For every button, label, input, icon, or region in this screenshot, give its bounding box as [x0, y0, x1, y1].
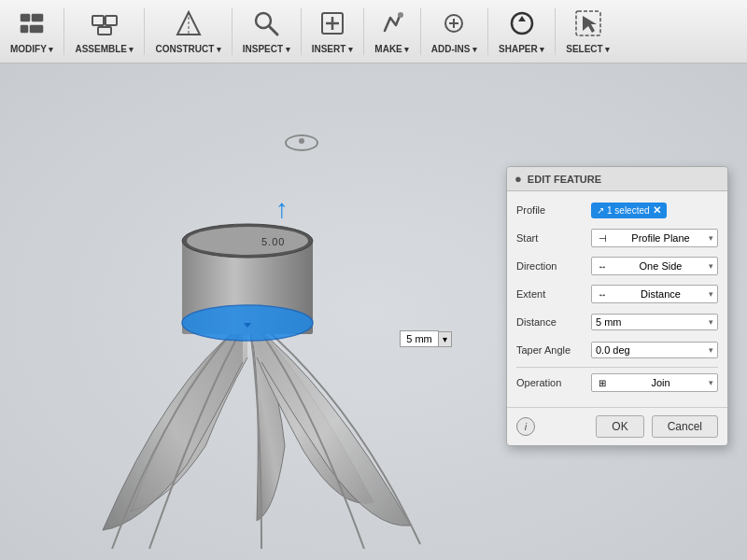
svg-rect-0	[21, 14, 30, 21]
divider-8	[555, 8, 556, 55]
distance-input[interactable]	[400, 330, 439, 347]
profile-cursor-icon: ↗	[597, 205, 604, 216]
start-value: Profile Plane	[631, 232, 689, 244]
panel-row-start: Start ⊣ Profile Plane ▾	[516, 227, 718, 249]
operation-dropdown[interactable]: ⊞ Join ▾	[591, 373, 718, 392]
inspect-label: INSPECT	[243, 44, 290, 54]
taper-value: 0.0 deg	[596, 344, 630, 356]
profile-control: ↗ 1 selected ✕	[591, 203, 718, 218]
taper-label: Taper Angle	[516, 344, 591, 356]
profile-selected-badge[interactable]: ↗ 1 selected ✕	[591, 203, 667, 218]
extent-arrow: ▾	[709, 289, 713, 299]
ok-button[interactable]: OK	[596, 415, 643, 438]
svg-rect-1	[32, 14, 43, 21]
divider-5	[363, 8, 364, 55]
taper-control[interactable]: 0.0 deg ▾	[591, 342, 718, 358]
distance-dropdown[interactable]: 5 mm ▾	[591, 314, 718, 330]
divider-2	[144, 8, 145, 55]
distance-control[interactable]: 5 mm ▾	[591, 314, 718, 330]
profile-label: Profile	[516, 204, 591, 216]
svg-point-26	[187, 227, 308, 255]
divider-1	[63, 8, 64, 55]
panel-title: EDIT FEATURE	[528, 174, 601, 185]
addins-label: ADD-INS	[431, 44, 477, 54]
start-icon: ⊣	[596, 231, 609, 245]
operation-arrow: ▾	[709, 378, 713, 387]
make-icon	[377, 8, 407, 42]
svg-rect-5	[106, 16, 117, 25]
panel-row-direction: Direction ↔ One Side ▾	[516, 255, 718, 277]
nav-hint-dot	[299, 138, 304, 144]
panel-footer: i OK Cancel	[507, 407, 727, 445]
extrude-direction-arrow: ↑	[275, 194, 289, 224]
assemble-icon	[90, 8, 120, 42]
extent-control[interactable]: ↔ Distance ▾	[591, 285, 718, 303]
direction-arrow: ▾	[709, 261, 713, 271]
distance-arrow: ▾	[709, 317, 713, 327]
toolbar-btn-select[interactable]: SELECT	[559, 4, 616, 60]
start-arrow: ▾	[709, 233, 713, 243]
toolbar-btn-inspect[interactable]: INSPECT	[236, 4, 297, 60]
direction-label: Direction	[516, 260, 591, 272]
direction-value: One Side	[640, 260, 683, 272]
panel-header-icon: ●	[514, 172, 522, 186]
select-label: SELECT	[566, 44, 610, 54]
operation-control[interactable]: ⊞ Join ▾	[591, 373, 718, 392]
assemble-label: ASSEMBLE	[75, 44, 134, 54]
toolbar-btn-insert[interactable]: INSERT	[305, 4, 359, 60]
distance-input-box[interactable]: ▾	[400, 330, 452, 347]
toolbar-btn-assemble[interactable]: ASSEMBLE	[68, 4, 140, 60]
panel-divider	[516, 367, 718, 368]
panel-row-taper: Taper Angle 0.0 deg ▾	[516, 339, 718, 361]
insert-icon	[317, 8, 347, 42]
svg-rect-3	[30, 25, 43, 33]
toolbar: MODIFY ASSEMBLE CONSTRUCT INSPECT INSERT…	[0, 0, 747, 63]
viewport: ↑ 5.00 ▾ ● EDIT FEATURE Profile ↗ 1 sele…	[0, 63, 747, 560]
panel-row-profile: Profile ↗ 1 selected ✕	[516, 199, 718, 221]
svg-line-12	[269, 26, 277, 35]
divider-3	[232, 8, 233, 55]
toolbar-btn-construct[interactable]: CONSTRUCT	[148, 4, 227, 60]
svg-rect-2	[21, 25, 28, 33]
extent-label: Extent	[516, 288, 591, 300]
panel-header: ● EDIT FEATURE	[507, 167, 727, 191]
operation-icon: ⊞	[596, 376, 609, 389]
toolbar-btn-shaper[interactable]: SHAPER	[492, 4, 551, 60]
panel-row-distance: Distance 5 mm ▾	[516, 311, 718, 333]
panel-body: Profile ↗ 1 selected ✕ Start ⊣ Profile P…	[507, 191, 727, 407]
direction-icon: ↔	[596, 259, 609, 273]
insert-label: INSERT	[312, 44, 353, 54]
select-icon	[573, 8, 603, 42]
operation-label: Operation	[516, 377, 591, 388]
shaper-label: SHAPER	[499, 44, 544, 54]
start-control[interactable]: ⊣ Profile Plane ▾	[591, 229, 718, 247]
extent-dropdown[interactable]: ↔ Distance ▾	[591, 285, 718, 303]
panel-row-extent: Extent ↔ Distance ▾	[516, 283, 718, 305]
distance-dropdown-arrow[interactable]: ▾	[439, 331, 452, 347]
taper-arrow: ▾	[709, 345, 713, 355]
toolbar-btn-modify[interactable]: MODIFY	[4, 4, 60, 60]
direction-control[interactable]: ↔ One Side ▾	[591, 257, 718, 275]
addins-icon	[439, 8, 469, 42]
toolbar-btn-make[interactable]: MAKE	[368, 4, 416, 60]
info-button[interactable]: i	[516, 417, 535, 436]
start-dropdown[interactable]: ⊣ Profile Plane ▾	[591, 229, 718, 247]
svg-rect-7	[98, 27, 111, 35]
cancel-button[interactable]: Cancel	[652, 415, 718, 438]
modify-icon	[17, 8, 47, 42]
taper-dropdown[interactable]: 0.0 deg ▾	[591, 342, 718, 358]
edit-feature-panel: ● EDIT FEATURE Profile ↗ 1 selected ✕ St…	[506, 166, 728, 446]
divider-7	[487, 8, 488, 55]
profile-clear-btn[interactable]: ✕	[653, 204, 661, 217]
direction-dropdown[interactable]: ↔ One Side ▾	[591, 257, 718, 275]
distance-label: Distance	[516, 316, 591, 328]
divider-6	[420, 8, 421, 55]
dimension-label: 5.00	[261, 236, 285, 247]
toolbar-btn-addins[interactable]: ADD-INS	[425, 4, 484, 60]
make-label: MAKE	[374, 44, 409, 54]
svg-marker-21	[518, 16, 526, 21]
extent-value: Distance	[641, 288, 681, 300]
divider-4	[301, 8, 302, 55]
extent-icon: ↔	[596, 287, 609, 301]
modify-label: MODIFY	[10, 44, 53, 54]
